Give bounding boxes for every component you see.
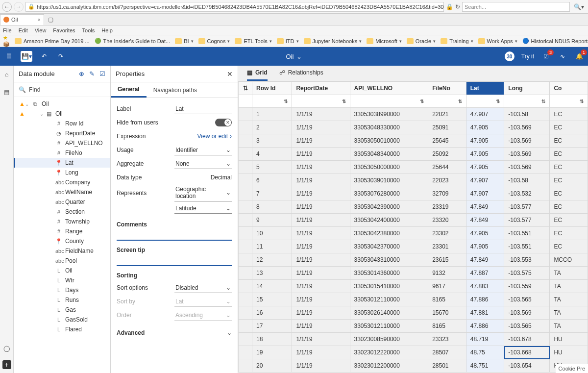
sort-options-select[interactable]: Disabled⌄	[174, 283, 232, 293]
tree-item[interactable]: ▲⌄⧉Oil	[14, 99, 110, 109]
cell[interactable]: 47.886	[466, 320, 504, 333]
cell[interactable]: 1/1/19	[292, 148, 350, 161]
search-glass-icon[interactable]: 🔍▾	[572, 3, 586, 10]
cell[interactable]: -103.565	[504, 293, 550, 306]
tree-item[interactable]: #FileNo	[14, 148, 110, 158]
cell[interactable]: 32709	[428, 187, 466, 200]
col-header[interactable]: Co	[550, 82, 588, 95]
tree-item[interactable]: 📍Lat	[14, 158, 110, 168]
cell[interactable]: EC	[550, 240, 588, 253]
cell[interactable]: 23301	[428, 240, 466, 253]
cell[interactable]: MCCO	[550, 253, 588, 267]
advanced-heading[interactable]: Advanced	[117, 329, 145, 336]
cell[interactable]: 11	[252, 240, 292, 253]
table-row[interactable]: 71/1/19330530762800003270947.907-103.532…	[239, 187, 588, 200]
label-input[interactable]: Lat	[174, 104, 232, 114]
menu-item[interactable]: Help	[101, 27, 113, 33]
cell[interactable]: 1/1/19	[292, 174, 350, 187]
cell[interactable]: 6	[252, 174, 292, 187]
cell[interactable]: 23615	[428, 253, 466, 267]
cell[interactable]: 15670	[428, 306, 466, 320]
cell[interactable]: -103.58	[504, 108, 550, 121]
cell[interactable]: 2	[252, 121, 292, 134]
cell[interactable]: 47.905	[466, 240, 504, 253]
cell[interactable]: 23323	[428, 333, 466, 346]
cell[interactable]: EC	[550, 187, 588, 200]
cell[interactable]: 48.751	[466, 359, 504, 373]
undo-icon[interactable]: ↶	[39, 51, 49, 61]
cell[interactable]: 33053050010000	[350, 134, 428, 148]
cell[interactable]: 12	[252, 253, 292, 267]
cell[interactable]: 1/1/19	[292, 227, 350, 240]
cell[interactable]: 33023008590000	[350, 333, 428, 346]
tree-item[interactable]: #Section	[14, 207, 110, 217]
cell[interactable]: 8165	[428, 293, 466, 306]
cell[interactable]: -103.569	[504, 121, 550, 134]
user-icon[interactable]: ◯	[2, 344, 12, 353]
table-row[interactable]: 51/1/19330530500000002564447.905-103.569…	[239, 161, 588, 174]
menu-item[interactable]: Tools	[82, 27, 95, 33]
tree-item[interactable]: 📍County	[14, 236, 110, 246]
expression-link[interactable]: View or edit ›	[197, 133, 232, 140]
cell[interactable]: 1/1/19	[292, 214, 350, 227]
cell[interactable]: 47.905	[466, 161, 504, 174]
cell[interactable]: 1/1/19	[292, 320, 350, 333]
cell[interactable]: 9132	[428, 267, 466, 280]
cell[interactable]: 47.905	[466, 227, 504, 240]
table-row[interactable]: 161/1/19330530261400001567047.881-103.56…	[239, 306, 588, 320]
hide-toggle[interactable]: ✕	[215, 119, 232, 126]
table-row[interactable]: 111/1/19330530423700002330147.905-103.55…	[239, 240, 588, 253]
tree-item[interactable]: LOil	[14, 266, 110, 275]
back-button[interactable]: ←	[2, 2, 12, 12]
tab-general[interactable]: General	[111, 82, 147, 98]
cell[interactable]: TA	[550, 293, 588, 306]
cell[interactable]: 25092	[428, 148, 466, 161]
cell[interactable]: HU	[550, 346, 588, 359]
cell[interactable]: 18	[252, 333, 292, 346]
cell[interactable]: 25644	[428, 161, 466, 174]
cell[interactable]: 47.849	[466, 200, 504, 214]
score-badge[interactable]: 30	[505, 51, 514, 61]
cell[interactable]: 1/1/19	[292, 306, 350, 320]
cell[interactable]: 33053014360000	[350, 267, 428, 280]
cell[interactable]: 47.886	[466, 293, 504, 306]
cell[interactable]: 33053026140000	[350, 306, 428, 320]
table-row[interactable]: 61/1/19330530390100002202347.907-103.58E…	[239, 174, 588, 187]
cell[interactable]: 14	[252, 280, 292, 293]
cell[interactable]: -103.559	[504, 280, 550, 293]
table-row[interactable]: 141/1/1933053015410000961747.883-103.559…	[239, 280, 588, 293]
cell[interactable]: -103.532	[504, 187, 550, 200]
col-filter[interactable]: ⇅	[252, 95, 292, 108]
cell[interactable]: -103.654	[504, 359, 550, 373]
cell[interactable]: 1/1/19	[292, 346, 350, 359]
cell[interactable]: -103.565	[504, 320, 550, 333]
col-header[interactable]: Lat	[466, 82, 504, 95]
cell[interactable]: -103.668	[504, 346, 550, 359]
table-row[interactable]: 131/1/1933053014360000913247.887-103.575…	[239, 267, 588, 280]
tab-navigation-paths[interactable]: Navigation paths	[147, 82, 204, 98]
cell[interactable]: 47.905	[466, 148, 504, 161]
cell[interactable]: 1/1/19	[292, 161, 350, 174]
cell[interactable]: 47.907	[466, 108, 504, 121]
comments-input[interactable]	[117, 230, 232, 241]
table-row[interactable]: 151/1/1933053012110000816547.886-103.565…	[239, 293, 588, 306]
table-row[interactable]: 191/1/19330230122200002850748.75-103.668…	[239, 346, 588, 359]
cell[interactable]: 25091	[428, 121, 466, 134]
cell[interactable]: 33053076280000	[350, 187, 428, 200]
cell[interactable]: 1/1/19	[292, 359, 350, 373]
redo-icon[interactable]: ↷	[56, 51, 66, 61]
tree-item[interactable]: ◔ReportDate	[14, 128, 110, 138]
cell[interactable]: 33053012110000	[350, 293, 428, 306]
usage-select[interactable]: Identifier⌄	[174, 145, 232, 155]
cell[interactable]: 1/1/19	[292, 121, 350, 134]
cookie-preferences[interactable]: Cookie Pre	[556, 364, 588, 373]
col-header[interactable]: ReportDate	[292, 82, 350, 95]
forward-button[interactable]: →	[14, 2, 24, 12]
table-row[interactable]: 121/1/19330530433100002361547.849-103.55…	[239, 253, 588, 267]
cell[interactable]: 13	[252, 267, 292, 280]
cell[interactable]: TA	[550, 280, 588, 293]
col-header[interactable]: API_WELLNO	[350, 82, 428, 95]
cell[interactable]: 33053042390000	[350, 200, 428, 214]
menu-item[interactable]: Favorites	[53, 27, 75, 33]
cell[interactable]: EC	[550, 174, 588, 187]
